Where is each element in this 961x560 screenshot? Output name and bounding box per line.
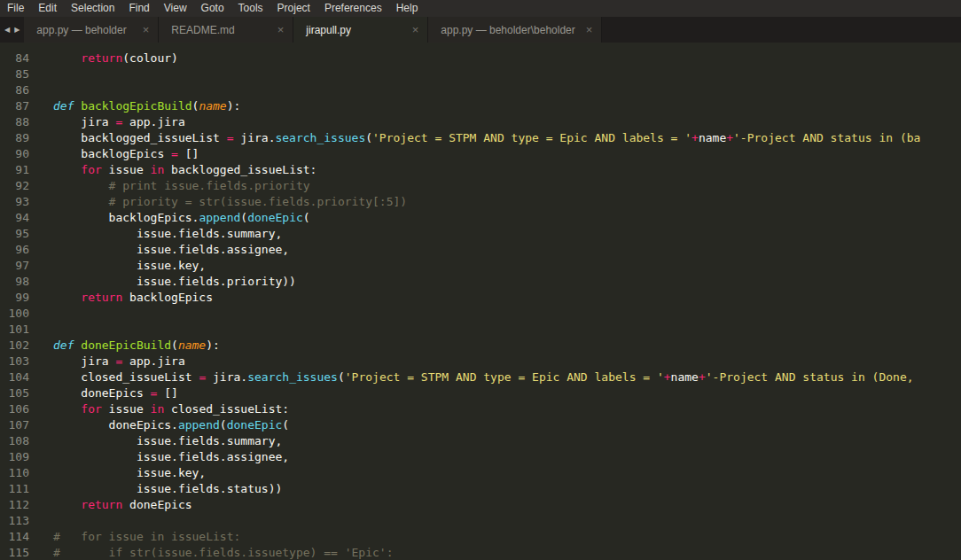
tab-readme-md[interactable]: README.md× — [159, 17, 293, 43]
line-number: 109 — [0, 449, 43, 465]
menu-item-help[interactable]: Help — [389, 0, 426, 17]
tab-app-py-beholder[interactable]: app.py — beholder× — [24, 17, 159, 43]
line-number: 110 — [0, 465, 43, 481]
code-token: ( — [365, 131, 372, 144]
code-line[interactable]: 105 doneEpics = [] — [0, 385, 961, 401]
menu-item-project[interactable]: Project — [270, 0, 317, 17]
code-text: return doneEpics — [43, 497, 961, 513]
code-line[interactable]: 101 — [0, 322, 961, 338]
line-number: 106 — [0, 401, 43, 417]
code-line[interactable]: 107 doneEpics.append(doneEpic( — [0, 417, 961, 433]
code-token: = — [227, 131, 234, 144]
menu-item-find[interactable]: Find — [121, 0, 156, 17]
line-number: 102 — [0, 338, 43, 354]
code-line[interactable]: 106 for issue in closed_issueList: — [0, 401, 961, 417]
code-line[interactable]: 112 return doneEpics — [0, 497, 961, 513]
code-line[interactable]: 115# if str(issue.fields.issuetype) == '… — [0, 545, 961, 560]
tab-app-py-beholder-beholder[interactable]: app.py — beholder\beholder× — [428, 17, 602, 43]
code-token: search_issues — [275, 131, 365, 144]
code-token — [53, 291, 81, 304]
menu-item-selection[interactable]: Selection — [64, 0, 121, 17]
code-line[interactable]: 93 # priority = str(issue.fields.priorit… — [0, 194, 961, 210]
code-line[interactable]: 96 issue.fields.assignee, — [0, 242, 961, 258]
code-token: name — [199, 99, 226, 113]
code-token: closed_issueList: — [164, 402, 289, 416]
code-line[interactable]: 98 issue.fields.priority)) — [0, 274, 961, 290]
menu-item-view[interactable]: View — [157, 0, 194, 17]
code-token: def — [53, 338, 74, 352]
menu-item-tools[interactable]: Tools — [231, 0, 270, 17]
code-line[interactable]: 113 — [0, 513, 961, 529]
code-token: issue.fields.assignee, — [53, 450, 289, 463]
line-number: 103 — [0, 354, 43, 369]
code-line[interactable]: 85 — [0, 66, 961, 82]
code-line[interactable]: 99 return backlogEpics — [0, 290, 961, 306]
code-line[interactable]: 89 backlogged_issueList = jira.search_is… — [0, 130, 961, 146]
code-line[interactable]: 90 backlogEpics = [] — [0, 146, 961, 162]
tab-scroll-left-icon[interactable]: ◀ — [4, 26, 10, 34]
code-line[interactable]: 104 closed_issueList = jira.search_issue… — [0, 369, 961, 385]
line-number: 99 — [0, 290, 43, 306]
code-token: def — [53, 99, 74, 113]
code-line[interactable]: 92 # print issue.fields.priority — [0, 178, 961, 194]
code-line[interactable]: 111 issue.fields.status)) — [0, 481, 961, 497]
code-token: jira — [53, 115, 115, 128]
code-text: issue.fields.status)) — [43, 481, 961, 497]
code-token: ( — [303, 211, 310, 224]
code-token: # print issue.fields.priority — [53, 179, 310, 192]
line-number: 89 — [0, 130, 43, 146]
menu-item-edit[interactable]: Edit — [31, 0, 64, 17]
menu-item-file[interactable]: File — [0, 0, 31, 17]
code-text: for issue in backlogged_issueList: — [43, 162, 961, 178]
code-token: + — [664, 370, 671, 384]
line-number: 112 — [0, 497, 43, 513]
code-token: backlogged_issueList — [53, 131, 227, 144]
code-line[interactable]: 87def backlogEpicBuild(name): — [0, 98, 961, 114]
code-text: closed_issueList = jira.search_issues('P… — [43, 369, 961, 385]
code-line[interactable]: 97 issue.key, — [0, 258, 961, 274]
code-token: issue.fields.assignee, — [53, 243, 289, 256]
code-line[interactable]: 114# for issue in issueList: — [0, 529, 961, 545]
tab-scroll-right-icon[interactable]: ▶ — [14, 26, 20, 34]
tab-jirapull-py[interactable]: jirapull.py× — [293, 17, 428, 43]
code-line[interactable]: 84 return(colour) — [0, 51, 961, 66]
code-line[interactable]: 86 — [0, 82, 961, 98]
code-token: issue — [102, 402, 151, 416]
code-line[interactable]: 108 issue.fields.summary, — [0, 433, 961, 449]
code-line[interactable]: 91 for issue in backlogged_issueList: — [0, 162, 961, 178]
code-line[interactable]: 100 — [0, 306, 961, 322]
code-text — [43, 322, 961, 338]
code-token — [53, 163, 81, 176]
code-token: append — [199, 211, 240, 224]
code-token: doneEpic — [227, 418, 283, 432]
code-token: + — [691, 131, 699, 144]
code-text: def doneEpicBuild(name): — [43, 338, 961, 354]
menu-item-preferences[interactable]: Preferences — [317, 0, 389, 17]
code-token: (colour) — [122, 51, 178, 65]
code-line[interactable]: 103 jira = app.jira — [0, 354, 961, 369]
code-token: for — [81, 402, 101, 416]
code-text: doneEpics = [] — [43, 385, 961, 401]
code-token: [] — [157, 386, 177, 400]
code-text: return backlogEpics — [43, 290, 961, 306]
line-number: 111 — [0, 481, 43, 497]
tab-close-icon[interactable]: × — [277, 24, 285, 35]
tab-close-icon[interactable]: × — [586, 24, 593, 35]
code-line[interactable]: 102def doneEpicBuild(name): — [0, 338, 961, 354]
menu-item-goto[interactable]: Goto — [194, 0, 231, 17]
code-text: backlogged_issueList = jira.search_issue… — [43, 130, 961, 146]
code-line[interactable]: 94 backlogEpics.append(doneEpic( — [0, 210, 961, 226]
code-line[interactable]: 95 issue.fields.summary, — [0, 226, 961, 242]
code-text: issue.key, — [43, 465, 961, 481]
line-number: 97 — [0, 258, 43, 274]
code-token — [53, 51, 81, 65]
line-number: 93 — [0, 194, 43, 210]
code-line[interactable]: 110 issue.key, — [0, 465, 961, 481]
line-number: 87 — [0, 98, 43, 114]
code-line[interactable]: 88 jira = app.jira — [0, 114, 961, 130]
code-token: 'Project = STPM AND type = Epic AND labe… — [345, 370, 664, 384]
tab-label: README.md — [171, 24, 234, 36]
tab-close-icon[interactable]: × — [412, 24, 419, 35]
tab-close-icon[interactable]: × — [143, 24, 150, 35]
code-line[interactable]: 109 issue.fields.assignee, — [0, 449, 961, 465]
